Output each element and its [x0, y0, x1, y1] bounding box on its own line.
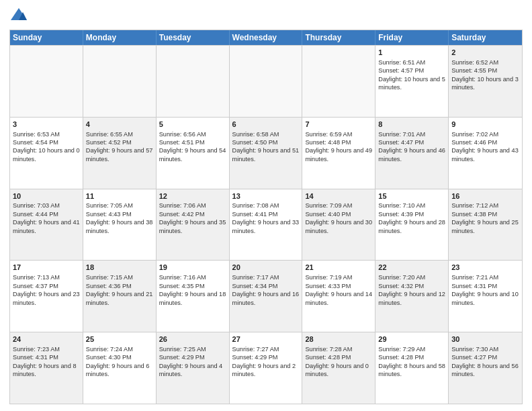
day-number: 18	[86, 263, 153, 273]
cal-cell: 28Sunrise: 7:28 AM Sunset: 4:28 PM Dayli…	[302, 332, 375, 404]
day-number: 12	[159, 191, 226, 201]
cal-cell: 30Sunrise: 7:30 AM Sunset: 4:27 PM Dayli…	[449, 332, 522, 404]
cal-cell: 23Sunrise: 7:21 AM Sunset: 4:31 PM Dayli…	[449, 261, 522, 332]
cal-cell: 11Sunrise: 7:05 AM Sunset: 4:43 PM Dayli…	[83, 189, 157, 261]
cell-text: Sunrise: 7:03 AM Sunset: 4:44 PM Dayligh…	[13, 201, 80, 235]
cell-text: Sunrise: 6:51 AM Sunset: 4:57 PM Dayligh…	[378, 58, 445, 92]
cal-cell: 10Sunrise: 7:03 AM Sunset: 4:44 PM Dayli…	[10, 189, 83, 261]
cal-cell: 6Sunrise: 6:58 AM Sunset: 4:50 PM Daylig…	[230, 118, 303, 189]
cal-cell: 9Sunrise: 7:02 AM Sunset: 4:46 PM Daylig…	[449, 118, 522, 189]
day-number: 9	[451, 120, 519, 130]
cal-cell: 15Sunrise: 7:10 AM Sunset: 4:39 PM Dayli…	[375, 189, 449, 261]
cal-cell: 14Sunrise: 7:09 AM Sunset: 4:40 PM Dayli…	[302, 189, 375, 261]
cal-cell	[157, 46, 230, 117]
cell-text: Sunrise: 7:23 AM Sunset: 4:31 PM Dayligh…	[13, 345, 80, 379]
cal-cell	[10, 46, 83, 117]
cal-week: 24Sunrise: 7:23 AM Sunset: 4:31 PM Dayli…	[10, 332, 522, 404]
cell-text: Sunrise: 6:58 AM Sunset: 4:50 PM Dayligh…	[232, 130, 300, 164]
cal-header-cell: Saturday	[449, 30, 522, 45]
cal-cell: 7Sunrise: 6:59 AM Sunset: 4:48 PM Daylig…	[302, 118, 375, 189]
day-number: 24	[13, 334, 80, 345]
day-number: 22	[378, 263, 445, 273]
cell-text: Sunrise: 7:17 AM Sunset: 4:34 PM Dayligh…	[232, 273, 300, 307]
cal-cell: 21Sunrise: 7:19 AM Sunset: 4:33 PM Dayli…	[302, 261, 375, 332]
cell-text: Sunrise: 7:28 AM Sunset: 4:28 PM Dayligh…	[305, 345, 372, 379]
cal-cell: 26Sunrise: 7:25 AM Sunset: 4:29 PM Dayli…	[157, 332, 230, 404]
cell-text: Sunrise: 7:24 AM Sunset: 4:30 PM Dayligh…	[86, 345, 153, 379]
calendar-body: 1Sunrise: 6:51 AM Sunset: 4:57 PM Daylig…	[10, 45, 522, 404]
day-number: 26	[159, 334, 226, 345]
cal-cell: 13Sunrise: 7:08 AM Sunset: 4:41 PM Dayli…	[230, 189, 303, 261]
day-number: 7	[305, 120, 372, 130]
cal-cell: 1Sunrise: 6:51 AM Sunset: 4:57 PM Daylig…	[375, 46, 449, 117]
day-number: 29	[378, 334, 445, 345]
day-number: 17	[13, 263, 80, 273]
cal-cell: 2Sunrise: 6:52 AM Sunset: 4:55 PM Daylig…	[449, 46, 522, 117]
cell-text: Sunrise: 6:56 AM Sunset: 4:51 PM Dayligh…	[159, 130, 226, 164]
cal-header-cell: Thursday	[302, 30, 375, 45]
cell-text: Sunrise: 7:13 AM Sunset: 4:37 PM Dayligh…	[13, 273, 80, 307]
cell-text: Sunrise: 7:15 AM Sunset: 4:36 PM Dayligh…	[86, 273, 153, 307]
day-number: 2	[451, 48, 519, 58]
cal-cell: 8Sunrise: 7:01 AM Sunset: 4:47 PM Daylig…	[375, 118, 449, 189]
logo	[9, 7, 31, 26]
cal-header-cell: Tuesday	[157, 30, 230, 45]
day-number: 28	[305, 334, 372, 345]
day-number: 10	[13, 191, 80, 201]
cal-cell	[302, 46, 375, 117]
cal-header-cell: Wednesday	[230, 30, 303, 45]
cell-text: Sunrise: 7:05 AM Sunset: 4:43 PM Dayligh…	[86, 201, 153, 235]
cell-text: Sunrise: 6:59 AM Sunset: 4:48 PM Dayligh…	[305, 130, 372, 164]
day-number: 6	[232, 120, 300, 130]
cal-cell: 29Sunrise: 7:29 AM Sunset: 4:28 PM Dayli…	[375, 332, 449, 404]
cal-cell	[230, 46, 303, 117]
cell-text: Sunrise: 7:30 AM Sunset: 4:27 PM Dayligh…	[451, 345, 519, 379]
cell-text: Sunrise: 7:27 AM Sunset: 4:29 PM Dayligh…	[232, 345, 300, 379]
day-number: 25	[86, 334, 153, 345]
cell-text: Sunrise: 7:25 AM Sunset: 4:29 PM Dayligh…	[159, 345, 226, 379]
cal-cell: 18Sunrise: 7:15 AM Sunset: 4:36 PM Dayli…	[83, 261, 157, 332]
day-number: 14	[305, 191, 372, 201]
cal-header-cell: Monday	[83, 30, 157, 45]
cell-text: Sunrise: 7:02 AM Sunset: 4:46 PM Dayligh…	[451, 130, 519, 164]
cal-cell: 16Sunrise: 7:12 AM Sunset: 4:38 PM Dayli…	[449, 189, 522, 261]
cell-text: Sunrise: 7:06 AM Sunset: 4:42 PM Dayligh…	[159, 201, 226, 235]
cal-cell: 5Sunrise: 6:56 AM Sunset: 4:51 PM Daylig…	[157, 118, 230, 189]
cal-cell: 4Sunrise: 6:55 AM Sunset: 4:52 PM Daylig…	[83, 118, 157, 189]
cell-text: Sunrise: 7:16 AM Sunset: 4:35 PM Dayligh…	[159, 273, 226, 307]
day-number: 21	[305, 263, 372, 273]
cal-week: 1Sunrise: 6:51 AM Sunset: 4:57 PM Daylig…	[10, 45, 522, 117]
day-number: 13	[232, 191, 300, 201]
day-number: 30	[451, 334, 519, 345]
day-number: 3	[13, 120, 80, 130]
cal-cell: 3Sunrise: 6:53 AM Sunset: 4:54 PM Daylig…	[10, 118, 83, 189]
cell-text: Sunrise: 6:53 AM Sunset: 4:54 PM Dayligh…	[13, 130, 80, 164]
calendar: SundayMondayTuesdayWednesdayThursdayFrid…	[9, 30, 523, 404]
cell-text: Sunrise: 6:52 AM Sunset: 4:55 PM Dayligh…	[451, 58, 519, 92]
logo-icon	[9, 7, 28, 26]
cell-text: Sunrise: 7:12 AM Sunset: 4:38 PM Dayligh…	[451, 201, 519, 235]
cal-cell: 12Sunrise: 7:06 AM Sunset: 4:42 PM Dayli…	[157, 189, 230, 261]
page: SundayMondayTuesdayWednesdayThursdayFrid…	[0, 0, 532, 411]
header	[9, 7, 523, 26]
cell-text: Sunrise: 7:29 AM Sunset: 4:28 PM Dayligh…	[378, 345, 445, 379]
cal-week: 17Sunrise: 7:13 AM Sunset: 4:37 PM Dayli…	[10, 260, 522, 332]
day-number: 15	[378, 191, 445, 201]
cell-text: Sunrise: 7:20 AM Sunset: 4:32 PM Dayligh…	[378, 273, 445, 307]
day-number: 4	[86, 120, 153, 130]
day-number: 8	[378, 120, 445, 130]
day-number: 20	[232, 263, 300, 273]
cal-week: 3Sunrise: 6:53 AM Sunset: 4:54 PM Daylig…	[10, 117, 522, 189]
cell-text: Sunrise: 6:55 AM Sunset: 4:52 PM Dayligh…	[86, 130, 153, 164]
cal-cell	[83, 46, 157, 117]
day-number: 1	[378, 48, 445, 58]
cell-text: Sunrise: 7:01 AM Sunset: 4:47 PM Dayligh…	[378, 130, 445, 164]
day-number: 27	[232, 334, 300, 345]
cal-week: 10Sunrise: 7:03 AM Sunset: 4:44 PM Dayli…	[10, 189, 522, 261]
calendar-header: SundayMondayTuesdayWednesdayThursdayFrid…	[10, 30, 522, 45]
cell-text: Sunrise: 7:10 AM Sunset: 4:39 PM Dayligh…	[378, 201, 445, 235]
cal-header-cell: Sunday	[10, 30, 83, 45]
day-number: 16	[451, 191, 519, 201]
cal-cell: 24Sunrise: 7:23 AM Sunset: 4:31 PM Dayli…	[10, 332, 83, 404]
cell-text: Sunrise: 7:19 AM Sunset: 4:33 PM Dayligh…	[305, 273, 372, 307]
